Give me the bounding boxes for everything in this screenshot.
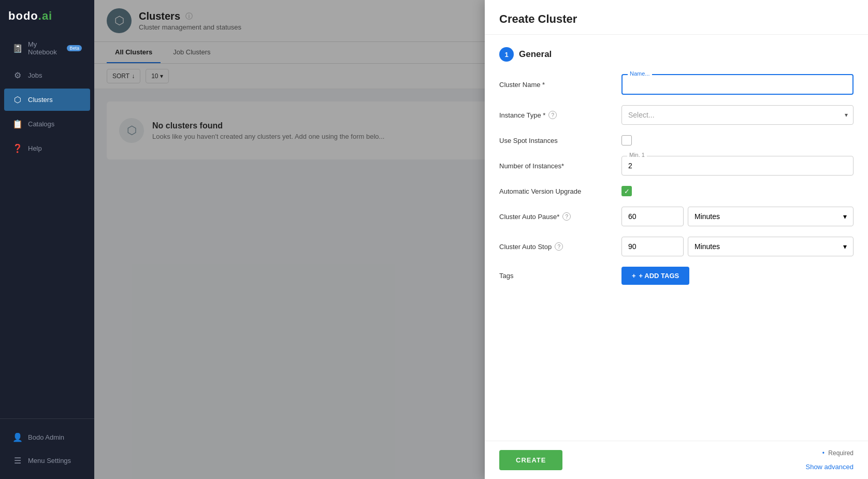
user-icon: 👤	[12, 432, 23, 442]
use-spot-instances-row: Use Spot Instances	[499, 135, 853, 146]
section-header: 1 General	[499, 47, 853, 62]
cluster-auto-pause-unit-select[interactable]: Minutes ▾	[688, 207, 853, 226]
number-of-instances-input-wrapper: Min. 1	[621, 156, 853, 176]
menu-icon: ☰	[12, 456, 23, 466]
instance-type-control: Select... ▾	[621, 105, 853, 125]
tags-control: + + ADD TAGS	[621, 267, 853, 285]
jobs-icon: ⚙	[12, 70, 23, 80]
cluster-name-input[interactable]	[623, 75, 852, 94]
user-label: Bodo Admin	[28, 433, 64, 441]
cluster-auto-stop-label: Cluster Auto Stop ?	[499, 242, 613, 251]
sidebar: bodo.ai 📓 My Notebook Beta ⚙ Jobs ⬡ Clus…	[0, 0, 94, 479]
cluster-auto-stop-row: Cluster Auto Stop ? Minutes ▾	[499, 237, 853, 256]
use-spot-instances-control	[621, 135, 853, 146]
drawer-header: Create Cluster	[485, 0, 868, 35]
section-title: General	[519, 49, 552, 60]
cluster-name-float-label: Name...	[628, 70, 652, 77]
instance-type-row: Instance Type * ? Select... ▾	[499, 105, 853, 125]
sidebar-nav: 📓 My Notebook Beta ⚙ Jobs ⬡ Clusters 📋 C…	[0, 33, 94, 418]
logo-text: bodo.ai	[8, 9, 52, 23]
instance-type-select-display: Select...	[622, 106, 840, 124]
sidebar-item-jobs[interactable]: ⚙ Jobs	[4, 64, 90, 86]
drawer-body: 1 General Cluster Name * Name... Ins	[485, 35, 868, 441]
tags-row: Tags + + ADD TAGS	[499, 267, 853, 285]
cluster-auto-pause-input[interactable]	[621, 207, 684, 226]
show-advanced-link[interactable]: Show advanced	[805, 463, 853, 471]
logo-dot: .ai	[38, 9, 52, 22]
main-content: ⬡ Clusters ⓘ Cluster management and stat…	[94, 0, 868, 479]
cluster-auto-stop-control: Minutes ▾	[621, 237, 853, 256]
sidebar-item-label: Clusters	[28, 96, 53, 104]
create-cluster-drawer: Create Cluster 1 General Cluster Name * …	[485, 0, 868, 479]
logo: bodo.ai	[0, 0, 94, 33]
drawer-footer: CREATE • Required Show advanced	[485, 441, 868, 479]
use-spot-instances-checkbox[interactable]	[621, 135, 632, 146]
cluster-name-control: Name...	[621, 74, 853, 95]
sidebar-item-label: Jobs	[28, 71, 42, 79]
cluster-auto-stop-input[interactable]	[621, 237, 684, 256]
min-label: Min. 1	[627, 152, 647, 158]
required-dot: •	[822, 449, 824, 457]
help-icon: ❓	[12, 143, 23, 153]
chevron-down-icon: ▾	[843, 242, 847, 251]
create-button[interactable]: CREATE	[499, 450, 562, 470]
number-of-instances-control: Min. 1	[621, 156, 853, 176]
section-number: 1	[499, 47, 514, 62]
cluster-name-row: Cluster Name * Name...	[499, 74, 853, 95]
beta-badge: Beta	[67, 45, 82, 51]
add-tags-button[interactable]: + + ADD TAGS	[621, 267, 689, 285]
number-of-instances-input[interactable]	[622, 156, 853, 175]
instance-type-label: Instance Type * ?	[499, 111, 613, 119]
cluster-auto-stop-help-icon[interactable]: ?	[555, 242, 563, 251]
automatic-version-upgrade-control: ✓	[621, 186, 853, 196]
chevron-down-icon: ▾	[840, 111, 853, 119]
sidebar-item-label: Help	[28, 144, 42, 152]
sidebar-item-menu-settings[interactable]: ☰ Menu Settings	[4, 449, 90, 472]
automatic-version-upgrade-row: Automatic Version Upgrade ✓	[499, 186, 853, 196]
chevron-down-icon: ▾	[843, 212, 847, 221]
sidebar-item-label: My Notebook	[28, 40, 60, 56]
notebook-icon: 📓	[12, 43, 23, 53]
cluster-name-label: Cluster Name *	[499, 81, 613, 89]
cluster-auto-pause-label: Cluster Auto Pause* ?	[499, 212, 613, 221]
instance-type-help-icon[interactable]: ?	[548, 111, 557, 119]
sidebar-item-catalogs[interactable]: 📋 Catalogs	[4, 113, 90, 135]
menu-settings-label: Menu Settings	[28, 457, 71, 465]
sidebar-item-label: Catalogs	[28, 120, 54, 128]
cluster-auto-stop-unit-select[interactable]: Minutes ▾	[688, 237, 853, 256]
cluster-auto-pause-control: Minutes ▾	[621, 207, 853, 226]
sidebar-item-clusters[interactable]: ⬡ Clusters	[4, 89, 90, 111]
sidebar-item-user[interactable]: 👤 Bodo Admin	[4, 426, 90, 448]
sidebar-bottom: 👤 Bodo Admin ☰ Menu Settings	[0, 418, 94, 479]
automatic-version-upgrade-label: Automatic Version Upgrade	[499, 187, 613, 195]
cluster-auto-pause-row: Cluster Auto Pause* ? Minutes ▾	[499, 207, 853, 226]
tags-label: Tags	[499, 272, 613, 280]
clusters-icon: ⬡	[12, 95, 23, 105]
catalogs-icon: 📋	[12, 119, 23, 129]
sidebar-item-help[interactable]: ❓ Help	[4, 137, 90, 159]
number-of-instances-row: Number of Instances* Min. 1	[499, 156, 853, 176]
number-of-instances-label: Number of Instances*	[499, 162, 613, 170]
plus-icon: +	[632, 272, 636, 280]
automatic-version-upgrade-checkbox[interactable]: ✓	[621, 186, 632, 196]
sidebar-item-my-notebook[interactable]: 📓 My Notebook Beta	[4, 34, 90, 62]
instance-type-select[interactable]: Select... ▾	[621, 105, 853, 125]
cluster-name-input-wrapper: Name...	[621, 74, 853, 95]
required-note: • Required	[822, 449, 853, 457]
use-spot-instances-label: Use Spot Instances	[499, 137, 613, 144]
cluster-auto-pause-help-icon[interactable]: ?	[562, 212, 571, 221]
drawer-title: Create Cluster	[499, 12, 853, 26]
